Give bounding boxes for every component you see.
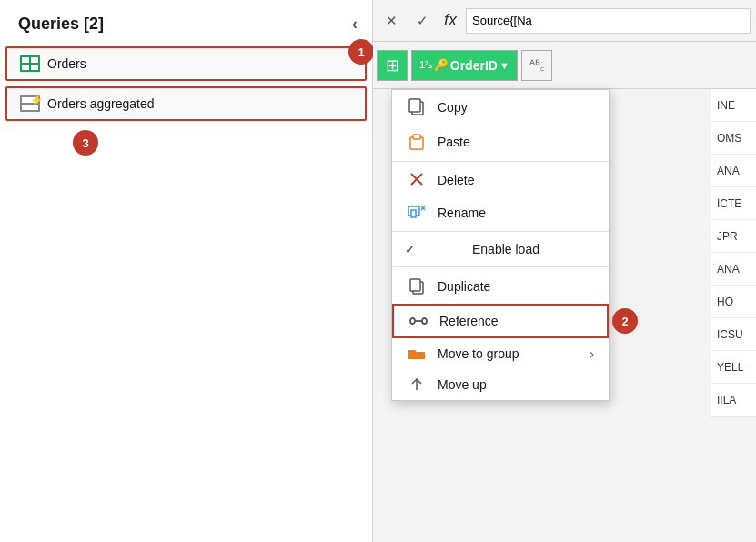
svg-rect-3 [413, 135, 420, 139]
menu-item-paste[interactable]: Paste [392, 125, 609, 159]
data-cell: INE [711, 89, 756, 122]
lightning-overlay: ⚡ [30, 94, 44, 106]
data-cell: ICTE [711, 187, 756, 220]
confirm-button[interactable]: ✓ [409, 8, 435, 34]
menu-item-delete[interactable]: Delete [392, 164, 609, 196]
table-lightning-icon: ⚡ [20, 95, 40, 112]
context-menu: Copy Paste Delete [391, 89, 610, 401]
move-to-group-arrow: › [590, 346, 594, 361]
data-cell: OMS [711, 122, 756, 155]
menu-item-move-to-group[interactable]: Move to group › [392, 338, 609, 369]
menu-divider-2 [392, 231, 609, 232]
badge-3: 3 [73, 130, 98, 156]
data-cell: ICSU [711, 318, 756, 351]
column-headers: ⊞ 1²₃ 🔑 OrderID ▼ ᴬᴮ꜀ [373, 42, 756, 89]
svg-rect-7 [411, 210, 416, 217]
menu-item-rename[interactable]: Rename [392, 196, 609, 229]
menu-label-delete: Delete [438, 173, 594, 187]
column-abc-header[interactable]: ᴬᴮ꜀ [521, 50, 552, 81]
data-cell: YELL [711, 351, 756, 384]
menu-label-duplicate: Duplicate [438, 279, 594, 294]
menu-label-reference: Reference [439, 314, 592, 328]
table-type-icon: ⊞ [377, 50, 408, 81]
menu-divider-1 [392, 161, 609, 162]
menu-label-copy: Copy [438, 100, 594, 115]
query-label-orders-aggregated: Orders aggregated [47, 96, 155, 111]
query-label-orders: Orders [47, 56, 86, 71]
menu-item-move-up[interactable]: Move up [392, 369, 609, 400]
data-cell: ANA [711, 253, 756, 286]
rename-icon [407, 205, 427, 221]
folder-icon [407, 346, 427, 361]
queries-title: Queries [2] [18, 15, 104, 34]
query-item-orders[interactable]: Orders 1 [5, 46, 367, 81]
paste-icon [407, 133, 427, 151]
copy-icon [407, 98, 427, 116]
menu-label-enable-load: Enable load [472, 242, 594, 256]
query-item-orders-aggregated[interactable]: ⚡ Orders aggregated [5, 86, 367, 121]
data-cell: HO [711, 286, 756, 318]
fx-label: fx [444, 11, 457, 30]
delete-icon [407, 172, 427, 188]
formula-input[interactable] [466, 8, 751, 34]
menu-item-enable-load[interactable]: ✓ Enable load [392, 234, 609, 265]
data-cell: ANA [711, 155, 756, 187]
collapse-button[interactable]: ‹ [352, 15, 358, 34]
badge-1: 1 [348, 39, 374, 65]
reference-icon [408, 314, 428, 328]
moveup-icon [407, 377, 427, 392]
badge-2: 2 [612, 308, 638, 334]
enable-load-check: ✓ [405, 242, 423, 256]
menu-label-move-to-group: Move to group [438, 346, 579, 361]
queries-header: Queries [2] ‹ [0, 0, 372, 45]
type-label: 1²₃ [419, 59, 432, 71]
data-column: INE OMS ANA ICTE JPR ANA HO ICSU YELL II… [711, 89, 756, 417]
menu-item-reference[interactable]: Reference 2 [392, 304, 609, 338]
data-cell: JPR [711, 220, 756, 253]
column-name: OrderID [450, 58, 498, 73]
menu-item-copy[interactable]: Copy [392, 90, 609, 125]
column-dropdown-icon[interactable]: ▼ [499, 60, 509, 71]
menu-item-duplicate[interactable]: Duplicate [392, 269, 609, 304]
data-cell: IILA [711, 384, 756, 417]
formula-bar: ✕ ✓ fx [373, 0, 756, 42]
duplicate-icon [407, 277, 427, 296]
menu-divider-3 [392, 266, 609, 267]
menu-label-move-up: Move up [438, 377, 594, 392]
menu-label-rename: Rename [438, 206, 594, 220]
svg-rect-11 [410, 279, 420, 291]
table-green-icon [20, 55, 40, 72]
column-type-header[interactable]: 1²₃ 🔑 OrderID ▼ [411, 50, 518, 81]
left-panel: Queries [2] ‹ Orders 1 ⚡ Orders aggregat… [0, 0, 373, 542]
cancel-button[interactable]: ✕ [378, 8, 404, 34]
menu-label-paste: Paste [438, 135, 594, 149]
abc-label: ᴬᴮ꜀ [529, 57, 544, 73]
key-icon: 🔑 [434, 58, 449, 72]
svg-rect-1 [409, 99, 420, 112]
